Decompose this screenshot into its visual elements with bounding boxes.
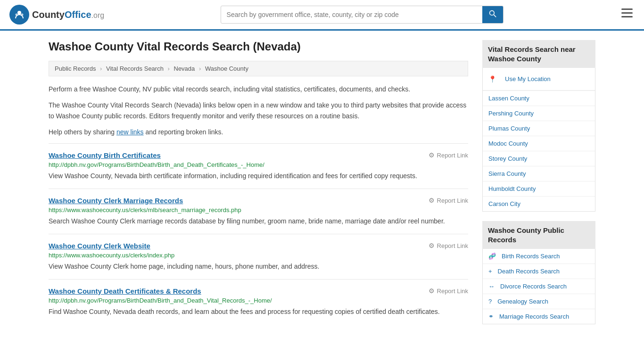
logo[interactable]: CountyOffice.org: [9, 5, 104, 25]
public-record-icon-0: 🧬: [488, 253, 496, 260]
nearby-item-1[interactable]: Pershing County: [483, 106, 595, 121]
breadcrumb-nevada[interactable]: Nevada: [174, 65, 195, 72]
nearby-link-2[interactable]: Plumas County: [483, 121, 595, 136]
record-card: Washoe County Clerk Marriage Records ⚙ R…: [49, 189, 468, 234]
svg-point-1: [17, 11, 21, 15]
nearby-heading: Vital Records Search near Washoe County: [482, 40, 595, 68]
svg-point-2: [16, 14, 18, 16]
svg-line-5: [494, 15, 496, 17]
record-title-3[interactable]: Washoe County Death Certificates & Recor…: [49, 287, 201, 295]
search-bar: [221, 6, 504, 24]
svg-point-4: [489, 11, 494, 16]
record-url-2: https://www.washoecounty.us/clerks/index…: [49, 252, 468, 259]
public-record-label-3: Genealogy Search: [497, 298, 548, 305]
nearby-item-7[interactable]: Carson City: [483, 197, 595, 211]
intro-paragraph-2: The Washoe County Vital Records Search (…: [49, 100, 468, 121]
public-record-label-4: Marriage Records Search: [499, 313, 569, 320]
public-record-icon-3: ?: [488, 298, 492, 305]
public-record-link-4[interactable]: ⚭ Marriage Records Search: [483, 309, 595, 324]
menu-button[interactable]: [619, 7, 635, 23]
svg-point-3: [21, 14, 24, 16]
public-record-item-3[interactable]: ? Genealogy Search: [483, 294, 595, 309]
page-title: Washoe County Vital Records Search (Neva…: [49, 40, 468, 53]
public-record-link-0[interactable]: 🧬 Birth Records Search: [483, 249, 595, 263]
public-record-item-1[interactable]: + Death Records Search: [483, 264, 595, 279]
nearby-item-0[interactable]: Lassen County: [483, 91, 595, 106]
public-record-item-0[interactable]: 🧬 Birth Records Search: [483, 249, 595, 264]
records-list: Washoe County Birth Certificates ⚙ Repor…: [49, 143, 468, 324]
report-icon-0: ⚙: [429, 151, 435, 159]
record-card: Washoe County Death Certificates & Recor…: [49, 279, 468, 324]
record-desc-3: Find Washoe County, Nevada death records…: [49, 307, 468, 317]
public-records-list: 🧬 Birth Records Search + Death Records S…: [482, 249, 595, 324]
public-records-heading: Washoe County Public Records: [482, 221, 595, 249]
record-title-0[interactable]: Washoe County Birth Certificates: [49, 151, 161, 159]
use-location-item[interactable]: 📍 Use My Location: [483, 68, 595, 91]
report-icon-1: ⚙: [429, 197, 435, 204]
svg-rect-8: [621, 16, 633, 17]
report-link-0[interactable]: ⚙ Report Link: [429, 151, 468, 159]
new-links-link[interactable]: new links: [116, 128, 144, 136]
report-icon-3: ⚙: [429, 287, 435, 295]
report-link-3[interactable]: ⚙ Report Link: [429, 287, 468, 295]
public-record-icon-4: ⚭: [488, 313, 494, 320]
record-desc-2: View Washoe County Clerk home page, incl…: [49, 262, 468, 272]
nearby-link-4[interactable]: Storey County: [483, 151, 595, 166]
logo-office: Office: [65, 9, 91, 20]
record-title-1[interactable]: Washoe County Clerk Marriage Records: [49, 197, 183, 205]
nearby-section: Vital Records Search near Washoe County …: [482, 40, 595, 212]
public-record-label-0: Birth Records Search: [502, 253, 560, 260]
record-url-0: http://dpbh.nv.gov/Programs/BirthDeath/B…: [49, 161, 468, 168]
nearby-link-1[interactable]: Pershing County: [483, 106, 595, 121]
logo-icon: [9, 5, 29, 25]
breadcrumb-washoe-county[interactable]: Washoe County: [205, 65, 248, 72]
nearby-item-5[interactable]: Sierra County: [483, 166, 595, 181]
report-label-2: Report Link: [437, 242, 468, 249]
svg-rect-7: [621, 12, 633, 14]
public-record-item-4[interactable]: ⚭ Marriage Records Search: [483, 309, 595, 324]
nearby-item-6[interactable]: Humboldt County: [483, 181, 595, 197]
public-record-icon-2: ↔: [488, 283, 495, 290]
report-icon-2: ⚙: [429, 242, 435, 249]
record-card: Washoe County Birth Certificates ⚙ Repor…: [49, 143, 468, 189]
breadcrumb-vital-records[interactable]: Vital Records Search: [106, 65, 164, 72]
report-label-1: Report Link: [437, 197, 468, 204]
record-url-1: https://www.washoecounty.us/clerks/mlb/s…: [49, 206, 468, 214]
public-record-link-2[interactable]: ↔ Divorce Records Search: [483, 279, 595, 294]
nearby-link-7[interactable]: Carson City: [483, 197, 595, 211]
breadcrumb: Public Records › Vital Records Search › …: [49, 61, 468, 76]
nearby-link-3[interactable]: Modoc County: [483, 136, 595, 151]
public-record-link-3[interactable]: ? Genealogy Search: [483, 294, 595, 309]
nearby-item-3[interactable]: Modoc County: [483, 136, 595, 151]
record-title-2[interactable]: Washoe County Clerk Website: [49, 242, 150, 250]
report-link-2[interactable]: ⚙ Report Link: [429, 242, 468, 249]
public-records-section: Washoe County Public Records 🧬 Birth Rec…: [482, 221, 595, 324]
report-label-3: Report Link: [437, 288, 468, 295]
intro-paragraph-3: Help others by sharing new links and rep…: [49, 127, 468, 137]
search-button[interactable]: [482, 6, 503, 23]
record-desc-1: Search Washoe County Clerk marriage reco…: [49, 216, 468, 226]
public-record-icon-1: +: [488, 268, 492, 275]
nearby-link-6[interactable]: Humboldt County: [483, 181, 595, 196]
nearby-list: 📍 Use My Location Lassen CountyPershing …: [482, 68, 595, 212]
intro-paragraph-1: Perform a free Washoe County, NV public …: [49, 84, 468, 94]
svg-rect-6: [621, 8, 633, 10]
search-input[interactable]: [221, 7, 482, 22]
location-pin-icon: 📍: [488, 75, 496, 83]
use-my-location-link[interactable]: Use My Location: [499, 72, 556, 86]
report-label-0: Report Link: [437, 152, 468, 159]
record-url-3: http://dpbh.nv.gov/Programs/BirthDeath/B…: [49, 297, 468, 304]
public-record-label-2: Divorce Records Search: [500, 283, 567, 290]
nearby-link-0[interactable]: Lassen County: [483, 91, 595, 106]
record-card: Washoe County Clerk Website ⚙ Report Lin…: [49, 234, 468, 279]
nearby-item-2[interactable]: Plumas County: [483, 121, 595, 136]
public-record-label-1: Death Records Search: [498, 268, 560, 275]
report-link-1[interactable]: ⚙ Report Link: [429, 197, 468, 204]
record-desc-0: View Washoe County, Nevada birth certifi…: [49, 171, 468, 181]
public-record-link-1[interactable]: + Death Records Search: [483, 264, 595, 279]
nearby-item-4[interactable]: Storey County: [483, 151, 595, 166]
logo-text: CountyOffice.org: [32, 9, 104, 20]
public-record-item-2[interactable]: ↔ Divorce Records Search: [483, 279, 595, 294]
breadcrumb-public-records[interactable]: Public Records: [55, 65, 96, 72]
nearby-link-5[interactable]: Sierra County: [483, 166, 595, 181]
